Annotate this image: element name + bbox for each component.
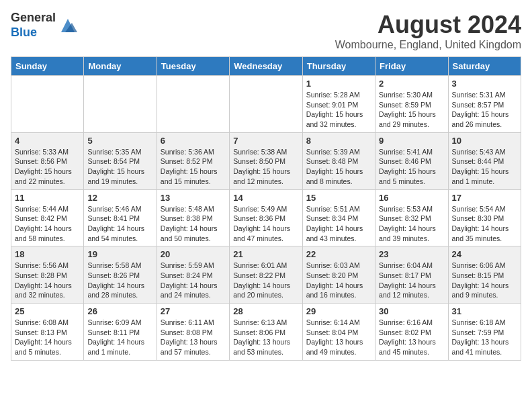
calendar-table: SundayMondayTuesdayWednesdayThursdayFrid… [11, 56, 521, 361]
day-number: 16 [379, 193, 444, 203]
day-info: Sunrise: 6:04 AM Sunset: 8:17 PM Dayligh… [379, 261, 444, 300]
day-info: Sunrise: 5:46 AM Sunset: 8:41 PM Dayligh… [87, 204, 152, 244]
day-info: Sunrise: 5:56 AM Sunset: 8:28 PM Dayligh… [15, 261, 80, 300]
day-info: Sunrise: 5:38 AM Sunset: 8:50 PM Dayligh… [233, 147, 298, 187]
logo-icon [58, 16, 77, 35]
calendar-cell: 15Sunrise: 5:51 AM Sunset: 8:34 PM Dayli… [302, 189, 375, 246]
day-number: 10 [452, 136, 517, 146]
calendar-cell: 31Sunrise: 6:18 AM Sunset: 7:59 PM Dayli… [448, 304, 521, 361]
logo-general: General [11, 11, 56, 24]
calendar-cell: 28Sunrise: 6:13 AM Sunset: 8:06 PM Dayli… [230, 304, 302, 361]
page-header: General Blue August 2024 Wombourne, Engl… [11, 11, 521, 51]
day-info: Sunrise: 5:31 AM Sunset: 8:57 PM Dayligh… [452, 90, 517, 130]
calendar-cell: 23Sunrise: 6:04 AM Sunset: 8:17 PM Dayli… [375, 246, 448, 304]
day-info: Sunrise: 5:36 AM Sunset: 8:52 PM Dayligh… [161, 147, 226, 187]
logo-blue: Blue [11, 26, 37, 39]
day-info: Sunrise: 5:58 AM Sunset: 8:26 PM Dayligh… [87, 261, 152, 300]
day-number: 3 [452, 79, 517, 89]
weekday-header-saturday: Saturday [448, 57, 521, 76]
calendar-cell: 24Sunrise: 6:06 AM Sunset: 8:15 PM Dayli… [448, 246, 521, 304]
logo: General Blue [11, 11, 77, 40]
day-number: 18 [15, 249, 80, 259]
day-info: Sunrise: 5:43 AM Sunset: 8:44 PM Dayligh… [452, 147, 517, 187]
calendar-cell: 2Sunrise: 5:30 AM Sunset: 8:59 PM Daylig… [375, 76, 448, 133]
calendar-cell: 12Sunrise: 5:46 AM Sunset: 8:41 PM Dayli… [84, 189, 157, 246]
day-number: 13 [161, 193, 226, 203]
day-info: Sunrise: 6:18 AM Sunset: 7:59 PM Dayligh… [452, 318, 517, 357]
calendar-cell: 16Sunrise: 5:53 AM Sunset: 8:32 PM Dayli… [375, 189, 448, 246]
day-number: 26 [87, 306, 152, 316]
day-number: 28 [233, 306, 298, 316]
calendar-cell [11, 76, 84, 133]
day-info: Sunrise: 6:11 AM Sunset: 8:08 PM Dayligh… [161, 318, 226, 357]
day-number: 27 [161, 306, 226, 316]
week-row-3: 11Sunrise: 5:44 AM Sunset: 8:42 PM Dayli… [11, 189, 521, 246]
calendar-cell [84, 76, 157, 133]
day-number: 6 [161, 136, 226, 146]
day-number: 8 [306, 136, 371, 146]
day-info: Sunrise: 5:49 AM Sunset: 8:36 PM Dayligh… [233, 204, 298, 244]
day-info: Sunrise: 6:16 AM Sunset: 8:02 PM Dayligh… [379, 318, 444, 357]
calendar-cell: 29Sunrise: 6:14 AM Sunset: 8:04 PM Dayli… [302, 304, 375, 361]
calendar-cell: 26Sunrise: 6:09 AM Sunset: 8:11 PM Dayli… [84, 304, 157, 361]
calendar-cell [157, 76, 229, 133]
calendar-cell [230, 76, 302, 133]
day-number: 1 [306, 79, 371, 89]
weekday-header-tuesday: Tuesday [157, 57, 229, 76]
weekday-header-row: SundayMondayTuesdayWednesdayThursdayFrid… [11, 57, 521, 76]
day-info: Sunrise: 5:33 AM Sunset: 8:56 PM Dayligh… [15, 147, 80, 187]
weekday-header-wednesday: Wednesday [230, 57, 302, 76]
calendar-cell: 17Sunrise: 5:54 AM Sunset: 8:30 PM Dayli… [448, 189, 521, 246]
day-info: Sunrise: 6:13 AM Sunset: 8:06 PM Dayligh… [233, 318, 298, 357]
day-number: 31 [452, 306, 517, 316]
day-info: Sunrise: 5:48 AM Sunset: 8:38 PM Dayligh… [161, 204, 226, 244]
day-number: 25 [15, 306, 80, 316]
day-number: 14 [233, 193, 298, 203]
calendar-cell: 25Sunrise: 6:08 AM Sunset: 8:13 PM Dayli… [11, 304, 84, 361]
calendar-cell: 14Sunrise: 5:49 AM Sunset: 8:36 PM Dayli… [230, 189, 302, 246]
calendar-cell: 27Sunrise: 6:11 AM Sunset: 8:08 PM Dayli… [157, 304, 229, 361]
calendar-cell: 10Sunrise: 5:43 AM Sunset: 8:44 PM Dayli… [448, 132, 521, 189]
calendar-cell: 8Sunrise: 5:39 AM Sunset: 8:48 PM Daylig… [302, 132, 375, 189]
day-number: 20 [161, 249, 226, 259]
calendar-cell: 5Sunrise: 5:35 AM Sunset: 8:54 PM Daylig… [84, 132, 157, 189]
calendar-cell: 3Sunrise: 5:31 AM Sunset: 8:57 PM Daylig… [448, 76, 521, 133]
calendar-cell: 30Sunrise: 6:16 AM Sunset: 8:02 PM Dayli… [375, 304, 448, 361]
day-info: Sunrise: 5:44 AM Sunset: 8:42 PM Dayligh… [15, 204, 80, 244]
week-row-5: 25Sunrise: 6:08 AM Sunset: 8:13 PM Dayli… [11, 304, 521, 361]
day-info: Sunrise: 6:03 AM Sunset: 8:20 PM Dayligh… [306, 261, 371, 300]
calendar-cell: 19Sunrise: 5:58 AM Sunset: 8:26 PM Dayli… [84, 246, 157, 304]
day-number: 19 [87, 249, 152, 259]
calendar-cell: 9Sunrise: 5:41 AM Sunset: 8:46 PM Daylig… [375, 132, 448, 189]
calendar-cell: 13Sunrise: 5:48 AM Sunset: 8:38 PM Dayli… [157, 189, 229, 246]
day-info: Sunrise: 5:28 AM Sunset: 9:01 PM Dayligh… [306, 90, 371, 130]
calendar-cell: 1Sunrise: 5:28 AM Sunset: 9:01 PM Daylig… [302, 76, 375, 133]
calendar-cell: 21Sunrise: 6:01 AM Sunset: 8:22 PM Dayli… [230, 246, 302, 304]
day-number: 29 [306, 306, 371, 316]
weekday-header-sunday: Sunday [11, 57, 84, 76]
calendar-cell: 4Sunrise: 5:33 AM Sunset: 8:56 PM Daylig… [11, 132, 84, 189]
day-info: Sunrise: 6:08 AM Sunset: 8:13 PM Dayligh… [15, 318, 80, 357]
calendar-cell: 22Sunrise: 6:03 AM Sunset: 8:20 PM Dayli… [302, 246, 375, 304]
day-number: 12 [87, 193, 152, 203]
day-info: Sunrise: 5:53 AM Sunset: 8:32 PM Dayligh… [379, 204, 444, 244]
day-info: Sunrise: 6:06 AM Sunset: 8:15 PM Dayligh… [452, 261, 517, 300]
day-number: 15 [306, 193, 371, 203]
week-row-2: 4Sunrise: 5:33 AM Sunset: 8:56 PM Daylig… [11, 132, 521, 189]
day-info: Sunrise: 6:01 AM Sunset: 8:22 PM Dayligh… [233, 261, 298, 300]
day-info: Sunrise: 5:30 AM Sunset: 8:59 PM Dayligh… [379, 90, 444, 130]
day-number: 4 [15, 136, 80, 146]
day-info: Sunrise: 5:54 AM Sunset: 8:30 PM Dayligh… [452, 204, 517, 244]
day-info: Sunrise: 5:41 AM Sunset: 8:46 PM Dayligh… [379, 147, 444, 187]
calendar-cell: 7Sunrise: 5:38 AM Sunset: 8:50 PM Daylig… [230, 132, 302, 189]
calendar-cell: 20Sunrise: 5:59 AM Sunset: 8:24 PM Dayli… [157, 246, 229, 304]
weekday-header-friday: Friday [375, 57, 448, 76]
day-info: Sunrise: 5:35 AM Sunset: 8:54 PM Dayligh… [87, 147, 152, 187]
day-number: 30 [379, 306, 444, 316]
week-row-1: 1Sunrise: 5:28 AM Sunset: 9:01 PM Daylig… [11, 76, 521, 133]
month-year: August 2024 [335, 11, 521, 39]
location: Wombourne, England, United Kingdom [335, 39, 521, 51]
day-number: 21 [233, 249, 298, 259]
calendar-cell: 18Sunrise: 5:56 AM Sunset: 8:28 PM Dayli… [11, 246, 84, 304]
day-number: 7 [233, 136, 298, 146]
